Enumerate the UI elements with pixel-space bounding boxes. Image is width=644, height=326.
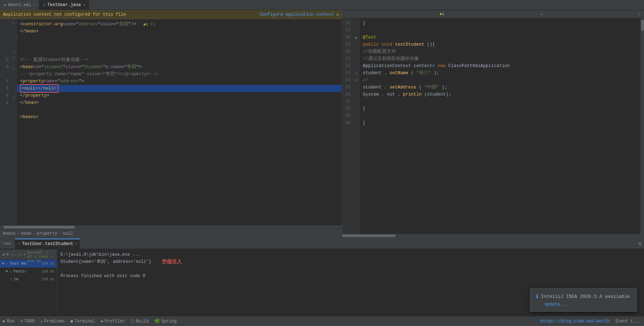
- java-line-numbers: 16 17 18 19 20 21 22 23 24 25 26 27 28 2…: [342, 18, 353, 234]
- status-terminal[interactable]: ▣ Terminal: [71, 319, 95, 324]
- java-h-scrollbar[interactable]: [342, 234, 644, 238]
- collapse-icon: ▼: [2, 262, 4, 266]
- warning-gutter-icon: ⚠: [355, 70, 357, 77]
- xml-line-6: <!-- 配置Student对象创建-->: [17, 56, 342, 63]
- xml-h-scroll-thumb[interactable]: [4, 226, 75, 229]
- todo-icon: ≡: [20, 319, 23, 324]
- xml-line-11: </property>: [17, 92, 342, 99]
- test-tree: ↺ ⊙ ↕↓ ↕↑ › ✓ Tests passed: 1 of 1 test …: [0, 249, 57, 316]
- xml-line-14: <beans>: [17, 113, 342, 121]
- configure-link-area: Configure application context ⚙: [260, 12, 339, 17]
- status-todo[interactable]: ≡ TODO: [20, 319, 35, 324]
- fold-icon-2[interactable]: ▽: [11, 50, 16, 55]
- xml-line-8: -- <property name="name" value="李四"></pr…: [17, 71, 342, 78]
- xml-line-13: [17, 106, 342, 113]
- xml-line-numbers: 5 6 8 9 0 1: [0, 19, 11, 225]
- java-scrollbar[interactable]: [640, 18, 644, 234]
- console-result: Student{name='李四', address='null'}: [61, 258, 151, 265]
- xml-h-scrollbar[interactable]: [0, 225, 342, 229]
- problems-icon: ⚠: [40, 319, 43, 324]
- update-link[interactable]: Update...: [545, 302, 631, 307]
- java-nav-up[interactable]: ∧: [540, 11, 543, 17]
- rerun-icon[interactable]: ↺: [2, 252, 5, 257]
- xml-line-12: </bean>: [17, 99, 342, 106]
- java-file-icon: J: [43, 3, 45, 7]
- tab-xml-close[interactable]: ✕: [33, 3, 35, 7]
- status-problems[interactable]: ⚠ Problems: [40, 319, 65, 324]
- pass-icon-1: ✓: [9, 269, 12, 274]
- xml-code-content[interactable]: <constructor-arg name="address" value="美…: [17, 19, 342, 225]
- configure-link[interactable]: Configure application context: [260, 12, 334, 17]
- java-line-17: [360, 27, 640, 34]
- status-spring[interactable]: 🌿 Spring: [154, 319, 176, 324]
- status-event-log[interactable]: Event L...: [615, 319, 641, 324]
- run-tab-close[interactable]: ✕: [75, 242, 77, 246]
- java-line-23: student . setName ( "张三" );: [360, 70, 640, 77]
- xml-line-10: <null></null>: [17, 85, 342, 92]
- info-icon: ℹ: [536, 293, 538, 300]
- java-warning-icon: ▲1: [439, 12, 444, 16]
- test-item-label-root: Test Re:: [10, 261, 29, 266]
- xml-line-4: [17, 42, 342, 49]
- xml-line-7: <bean id="student" class="Student" p:nam…: [17, 63, 342, 71]
- java-h-scroll-thumb[interactable]: [342, 234, 396, 237]
- breadcrumb-null[interactable]: null: [63, 231, 73, 236]
- tab-java-label: TestUser.java: [47, 2, 81, 7]
- tab-bar: ✦ bean1.xml ✕ J TestUser.java ✕: [0, 0, 644, 10]
- tab-xml[interactable]: ✦ bean1.xml ✕: [0, 0, 39, 10]
- status-profiler[interactable]: ◈ Profiler: [101, 319, 125, 324]
- java-nav-down[interactable]: ∨: [638, 11, 641, 17]
- java-line-25: student . setAddress ( "中国" );: [360, 84, 640, 91]
- fold-icon-4[interactable]: ▽: [11, 67, 16, 72]
- test-item-2[interactable]: ✓ te 258 ms: [0, 275, 57, 283]
- java-line-18: @Test: [360, 34, 640, 41]
- null-tag-box: <null></null>: [20, 84, 58, 93]
- todo-label: TODO: [24, 319, 35, 324]
- fold-icon-5[interactable]: ▽: [11, 95, 16, 100]
- tab-java-close[interactable]: ✕: [83, 3, 85, 7]
- xml-line-3: [17, 35, 342, 42]
- java-line-19: public void testStudent (){: [360, 41, 640, 48]
- breadcrumb-property[interactable]: property: [37, 231, 57, 236]
- java-line-20: //加载配置文件: [360, 48, 640, 55]
- problems-label: Problems: [44, 319, 65, 324]
- status-run[interactable]: ▶ Run: [3, 319, 15, 324]
- notification-text: IntelliJ IDEA 2020.3.4 available: [541, 294, 630, 299]
- pass-icon-2: ✓: [10, 277, 12, 282]
- gear-icon[interactable]: ⚙: [336, 12, 339, 17]
- java-code-content[interactable]: } @Test public void testStudent (){ //加载…: [360, 18, 640, 234]
- sort2-icon[interactable]: ↕↑: [17, 253, 22, 257]
- nav-up-icon[interactable]: ∧: [149, 21, 152, 28]
- test-time-1: 258 ms: [42, 270, 55, 274]
- test-item-1[interactable]: ▼ ✓ Tests! 258 ms: [0, 268, 57, 275]
- xml-editor: Application context not configured for t…: [0, 10, 342, 238]
- run-test-icon[interactable]: ▶: [355, 34, 358, 41]
- status-url: https://blog.csdn.net/worlb: [541, 319, 610, 324]
- more-icon[interactable]: ›: [23, 252, 26, 257]
- fold-icon-1[interactable]: ▽: [11, 21, 16, 26]
- run-label: run:: [3, 241, 12, 246]
- fold-icon-3[interactable]: ▽: [11, 55, 16, 60]
- console-path: E:\java1.8\jdk\bin\java.exe ...: [61, 252, 140, 257]
- breadcrumb-beans[interactable]: beans: [3, 231, 16, 236]
- tab-java[interactable]: J TestUser.java ✕: [39, 0, 89, 10]
- terminal-label: Terminal: [74, 319, 95, 324]
- test-time-2: 258 ms: [42, 277, 55, 281]
- java-line-21: //通过反射获取创建的对象: [360, 55, 640, 62]
- stop-icon[interactable]: ⊙: [6, 252, 9, 257]
- console-exit: Process finished with exit code 0: [61, 274, 145, 279]
- java-line-24: //: [360, 77, 640, 84]
- notification-title: ℹ IntelliJ IDEA 2020.3.4 available: [536, 293, 631, 300]
- tab-xml-label: bean1.xml: [8, 2, 31, 7]
- sort-icon[interactable]: ↕↓: [11, 253, 15, 257]
- java-line-16: }: [360, 20, 640, 27]
- breadcrumb-bar: beans › bean › property › null: [0, 229, 342, 238]
- java-line-26: System . out . println (student);: [360, 91, 640, 98]
- run-tab-testuser[interactable]: ✓ TestUser.testStudent ✕: [15, 239, 79, 249]
- java-gutter: ▶ ⚠ //: [353, 18, 360, 234]
- nav-down-icon[interactable]: ∨: [153, 21, 156, 28]
- status-build[interactable]: ⬡ Build: [131, 319, 149, 324]
- run-settings-icon[interactable]: ⚙: [638, 241, 641, 246]
- breadcrumb-bean[interactable]: bean: [21, 231, 31, 236]
- java-warning-bar: ▲1 ∧ ∨: [342, 10, 644, 18]
